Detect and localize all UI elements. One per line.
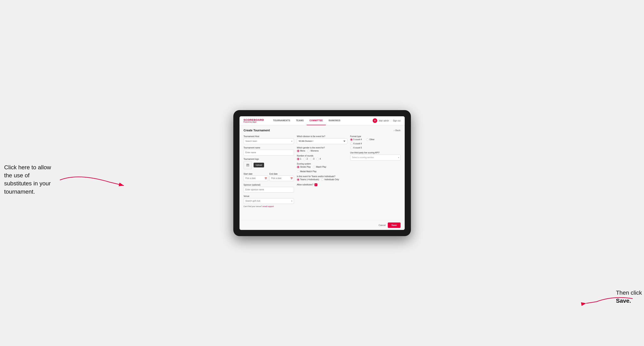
scoring-api-group: Use third-party live scoring API? Select… [350, 152, 400, 161]
tournament-logo-label: Tournament logo [244, 158, 294, 160]
venue-input[interactable] [244, 198, 294, 204]
venue-group: Venue ▾ Can't find your venue? email sup… [244, 195, 294, 207]
email-support-link[interactable]: email support [263, 205, 274, 207]
tournament-logo-group: Tournament logo Upload [244, 158, 294, 169]
round-4[interactable]: 4 [316, 158, 321, 160]
cancel-button[interactable]: Cancel [379, 224, 386, 226]
nav-items: TOURNAMENTS TEAMS COMMITTEE RANKINGS [270, 116, 373, 125]
sponsor-label: Sponsor (optional) [244, 184, 294, 186]
image-icon [246, 163, 250, 167]
format-other[interactable]: Other [366, 138, 374, 141]
scoring-system-label: Scoring system [297, 163, 347, 165]
tablet-screen: SCOREBOARD Powered by clippd TOURNAMENTS… [240, 116, 405, 230]
rounds-radio-group: 1 2 3 4 [297, 158, 347, 160]
scoring-api-select[interactable]: Select a scoring service [350, 155, 400, 161]
tournament-host-label: Tournament Host [244, 135, 294, 138]
page-content: Create Tournament ‹ Back Tournament Host… [240, 125, 405, 220]
search-icon: ▾ [291, 140, 292, 142]
gender-mens[interactable]: Mens [297, 150, 305, 152]
gender-radio-group: Mens Womens [297, 150, 347, 152]
format-5count4-radio[interactable] [350, 138, 353, 141]
individuals-radio[interactable] [321, 178, 324, 181]
match-play-radio[interactable] [313, 166, 315, 168]
format-6count4[interactable]: 6 count 4 [350, 143, 400, 145]
logo-placeholder [244, 161, 252, 169]
venue-label: Venue [244, 195, 294, 197]
teams-radio-group: Teams (+Individuals) Individuals Only [297, 178, 347, 181]
round-1-radio[interactable] [297, 158, 300, 160]
form-col-2: Which division is the event for? NCAA Di… [297, 135, 347, 207]
substitutes-group: Allow substitutes? [297, 183, 347, 186]
scoring-radio-group: Stroke Play Match Play Medal Match Play [297, 166, 347, 173]
round-2-radio[interactable] [303, 158, 306, 160]
division-label: Which division is the event for? [297, 135, 347, 138]
gender-womens[interactable]: Womens [307, 150, 318, 152]
tournament-host-input[interactable] [244, 138, 294, 144]
tournament-host-group: Tournament Host ▾ [244, 135, 294, 144]
medal-match-play[interactable]: Medal Match Play [297, 170, 316, 173]
substitutes-checkbox[interactable] [314, 183, 317, 186]
stroke-play-radio[interactable] [297, 166, 300, 168]
navbar: SCOREBOARD Powered by clippd TOURNAMENTS… [240, 116, 405, 125]
form-col-3: Format type 5 count 4 Other [350, 135, 400, 207]
round-2[interactable]: 2 [303, 158, 308, 160]
user-name: blair admin [379, 120, 389, 122]
stroke-play[interactable]: Stroke Play [297, 166, 311, 168]
format-6count5-radio[interactable] [350, 147, 353, 149]
format-6count4-radio[interactable] [350, 143, 353, 145]
calendar-icon: 📅 [264, 177, 267, 179]
tournament-name-group: Tournament name [244, 147, 294, 156]
tournament-name-input[interactable] [244, 150, 294, 156]
page-footer: Cancel Save [240, 220, 405, 230]
format-other-radio[interactable] [366, 138, 368, 141]
nav-tournaments[interactable]: TOURNAMENTS [270, 116, 293, 125]
nav-rankings[interactable]: RANKINGS [326, 116, 343, 125]
annotation-right: Then click Save. [616, 289, 642, 305]
end-date-group: End date 📅 [270, 172, 294, 181]
scoring-system-group: Scoring system Stroke Play Match Play [297, 163, 347, 173]
substitutes-label: Allow substitutes? [297, 183, 314, 186]
gender-group: Which gender is the event for? Mens Wome… [297, 147, 347, 152]
logo-upload-row: Upload [244, 161, 294, 169]
tablet-device: SCOREBOARD Powered by clippd TOURNAMENTS… [233, 110, 411, 236]
individuals-only[interactable]: Individuals Only [321, 178, 339, 181]
back-button[interactable]: ‹ Back [394, 129, 400, 132]
scoring-api-label: Use third-party live scoring API? [350, 152, 400, 154]
teams-radio[interactable] [297, 178, 300, 181]
start-date-label: Start date [244, 173, 252, 175]
division-select[interactable]: NCAA Division I [297, 138, 347, 144]
rounds-group: Number of rounds 1 2 [297, 155, 347, 160]
save-button[interactable]: Save [388, 222, 400, 228]
round-3-radio[interactable] [310, 158, 312, 160]
nav-right: B blair admin | Sign out [373, 118, 400, 123]
gender-mens-radio[interactable] [297, 150, 300, 152]
start-date-group: Start date 📅 [244, 172, 268, 181]
brand-logo: SCOREBOARD Powered by clippd [244, 119, 264, 123]
annotation-left: Click here to allow the use of substitut… [4, 163, 58, 196]
medal-match-play-radio[interactable] [297, 170, 300, 173]
round-1[interactable]: 1 [297, 158, 302, 160]
form-col-1: Tournament Host ▾ Tournament name Tourna… [244, 135, 294, 207]
page-header: Create Tournament ‹ Back [244, 129, 400, 132]
nav-teams[interactable]: TEAMS [293, 116, 307, 125]
format-6count5[interactable]: 6 count 5 [350, 147, 400, 149]
upload-button[interactable]: Upload [254, 163, 264, 168]
tournament-name-label: Tournament name [244, 147, 294, 149]
teams-individuals[interactable]: Teams (+Individuals) [297, 178, 319, 181]
format-5count4[interactable]: 5 count 4 [350, 138, 362, 141]
round-4-radio[interactable] [316, 158, 319, 160]
sign-out-link[interactable]: Sign out [393, 120, 400, 122]
gender-womens-radio[interactable] [307, 150, 310, 152]
sponsor-input[interactable] [244, 187, 294, 192]
avatar: B [373, 118, 377, 123]
teams-label: Is this event for Teams and/or Individua… [297, 175, 347, 177]
gender-label: Which gender is the event for? [297, 147, 347, 149]
format-type-label: Format type [350, 135, 400, 138]
round-3[interactable]: 3 [310, 158, 314, 160]
rounds-label: Number of rounds [297, 155, 347, 157]
calendar-end-icon: 📅 [290, 177, 293, 179]
form-grid: Tournament Host ▾ Tournament name Tourna… [244, 135, 400, 207]
match-play[interactable]: Match Play [313, 166, 326, 168]
format-options: 5 count 4 Other 6 count 4 [350, 138, 400, 149]
nav-committee[interactable]: COMMITTEE [306, 116, 326, 125]
